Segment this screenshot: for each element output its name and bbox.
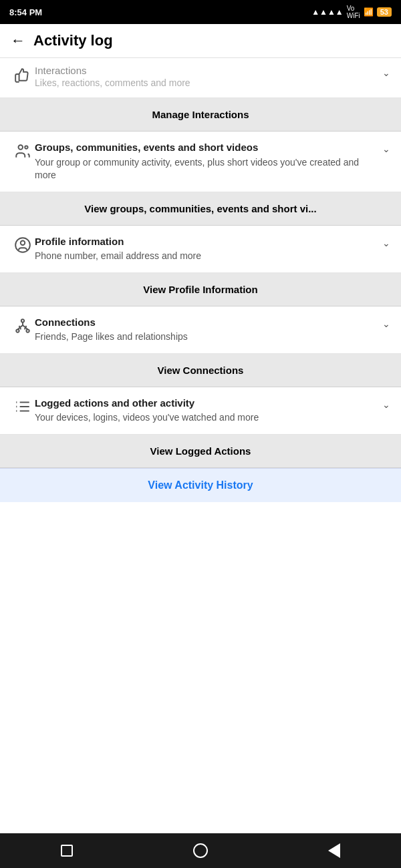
svg-point-6 [26, 329, 29, 332]
logged-actions-chevron: ⌄ [382, 399, 390, 410]
main-content: Interactions Likes, reactions, comments … [0, 58, 401, 833]
groups-section: Groups, communities, events and short vi… [0, 132, 401, 192]
nav-bar: ← Activity log [0, 24, 401, 58]
interactions-title: Interactions [35, 65, 377, 76]
connections-title: Connections [35, 316, 377, 329]
connections-section: Connections Friends, Page likes and rela… [0, 306, 401, 354]
wifi-icon: 📶 [364, 7, 374, 17]
view-logged-actions-label: View Logged Actions [150, 445, 251, 457]
manage-interactions-label: Manage Interactions [152, 109, 249, 120]
groups-title: Groups, communities, events and short vi… [35, 141, 377, 154]
svg-point-0 [19, 145, 23, 150]
interactions-text: Interactions Likes, reactions, comments … [35, 65, 377, 88]
profile-title: Profile information [35, 235, 377, 248]
page-title: Activity log [33, 32, 113, 49]
logged-actions-section: Logged actions and other activity Your d… [0, 387, 401, 435]
profile-subtitle: Phone number, email address and more [35, 250, 377, 263]
connections-chevron: ⌄ [382, 318, 390, 329]
person-circle-icon [11, 235, 35, 254]
view-profile-button[interactable]: View Profile Information [0, 273, 401, 306]
vo-wifi-label: VoWiFi [347, 5, 360, 19]
interactions-section: Interactions Likes, reactions, comments … [0, 58, 401, 98]
svg-point-3 [21, 240, 25, 245]
connections-text: Connections Friends, Page likes and rela… [35, 316, 377, 344]
bottom-nav [0, 833, 401, 868]
view-activity-history-button[interactable]: View Activity History [0, 468, 401, 502]
profile-chevron: ⌄ [382, 238, 390, 248]
thumbs-up-icon [11, 65, 35, 83]
interactions-chevron: ⌄ [382, 67, 390, 78]
home-button[interactable] [188, 839, 213, 863]
view-groups-button[interactable]: View groups, communities, events and sho… [0, 192, 401, 226]
logged-actions-title: Logged actions and other activity [35, 397, 377, 410]
battery-icon: 53 [377, 7, 392, 17]
status-time: 8:54 PM [9, 7, 42, 17]
back-nav-button[interactable] [322, 839, 346, 863]
people-group-icon [11, 141, 35, 160]
view-groups-label: View groups, communities, events and sho… [84, 203, 316, 214]
profile-section: Profile information Phone number, email … [0, 226, 401, 273]
connections-subtitle: Friends, Page likes and relationships [35, 331, 377, 344]
view-profile-label: View Profile Information [143, 284, 257, 295]
groups-text: Groups, communities, events and short vi… [35, 141, 377, 182]
back-icon [328, 843, 340, 858]
recent-apps-button[interactable] [55, 839, 79, 863]
recent-apps-icon [61, 845, 73, 857]
logged-actions-subtitle: Your devices, logins, videos you've watc… [35, 411, 377, 425]
svg-point-1 [25, 146, 27, 148]
svg-point-4 [21, 319, 24, 322]
view-logged-actions-button[interactable]: View Logged Actions [0, 435, 401, 468]
back-button[interactable]: ← [11, 32, 25, 49]
list-icon [11, 397, 35, 415]
view-connections-button[interactable]: View Connections [0, 354, 401, 387]
connections-icon [11, 316, 35, 335]
status-right: ▲▲▲▲ VoWiFi 📶 53 [311, 5, 392, 19]
profile-text: Profile information Phone number, email … [35, 235, 377, 263]
view-connections-label: View Connections [158, 365, 244, 376]
groups-chevron: ⌄ [382, 144, 390, 154]
logged-actions-text: Logged actions and other activity Your d… [35, 397, 377, 425]
status-bar: 8:54 PM ▲▲▲▲ VoWiFi 📶 53 [0, 0, 401, 24]
interactions-subtitle: Likes, reactions, comments and more [35, 77, 377, 88]
manage-interactions-button[interactable]: Manage Interactions [0, 98, 401, 132]
signal-icon: ▲▲▲▲ [311, 7, 344, 17]
home-icon [193, 843, 208, 858]
svg-point-5 [16, 329, 19, 332]
groups-subtitle: Your group or community activity, events… [35, 156, 377, 182]
activity-history-label: View Activity History [148, 479, 253, 491]
